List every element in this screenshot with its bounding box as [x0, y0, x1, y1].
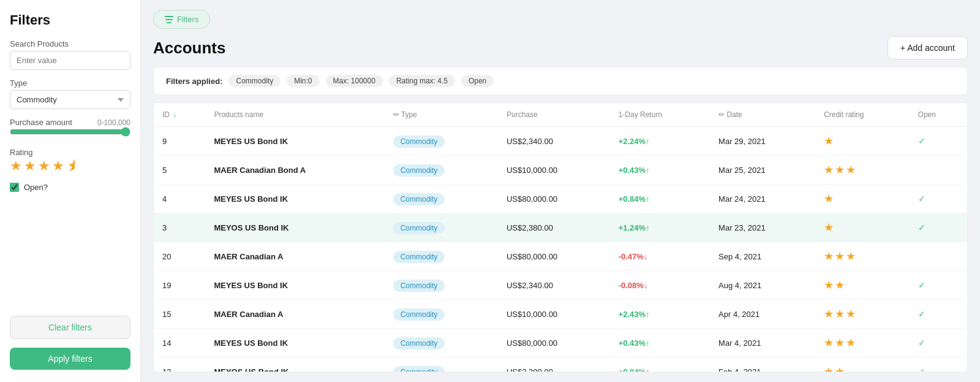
cell-return: +0.84%↑	[610, 357, 710, 373]
cell-stars: ★★	[815, 271, 910, 300]
cell-date: Aug 4, 2021	[710, 271, 815, 300]
table-row: 14 MEYES US Bond IK Commodity US$80,000.…	[154, 329, 967, 357]
col-id[interactable]: ID ↓	[154, 103, 205, 127]
filters-btn-label: Filters	[177, 15, 198, 24]
clear-filters-button[interactable]: Clear filters	[10, 316, 130, 339]
star-cell-icon: ★	[835, 307, 845, 321]
table-row: 3 MEYOS US Bond IK Commodity US$2,380.00…	[154, 213, 967, 242]
cell-purchase: US$2,380.00	[498, 357, 610, 373]
cell-stars: ★	[815, 127, 910, 156]
col-type[interactable]: ✏ Type	[385, 103, 498, 127]
main-header: Accounts + Add account	[153, 36, 968, 59]
open-check-icon: ✓	[918, 338, 925, 348]
open-check-icon: ✓	[918, 136, 925, 146]
cell-purchase: US$80,000.00	[498, 185, 610, 213]
star-cell-icon: ★	[846, 336, 856, 350]
cell-date: Mar 23, 2021	[710, 213, 815, 242]
col-credit-rating[interactable]: Credit rating	[815, 103, 910, 127]
cell-date: Feb 4, 2021	[710, 357, 815, 373]
table-row: 13 MEYOS US Bond IK Commodity US$2,380.0…	[154, 357, 967, 373]
open-checkbox[interactable]	[10, 183, 19, 192]
star-cell-icon: ★	[824, 134, 834, 148]
cell-purchase: US$10,000.00	[498, 156, 610, 185]
purchase-label: Purchase amount	[10, 118, 72, 127]
cell-date: Mar 29, 2021	[710, 127, 815, 156]
add-account-button[interactable]: + Add account	[888, 36, 968, 59]
cell-stars: ★★★	[815, 156, 910, 185]
star-cell-icon: ★	[824, 365, 834, 372]
rating-stars: ★ ★ ★ ★ ⯨	[10, 158, 130, 174]
cell-open: ✓	[910, 300, 967, 329]
cell-purchase: US$2,340.00	[498, 127, 610, 156]
table-header-row: ID ↓ Products name ✏ Type Purchase 1-Day…	[154, 103, 967, 127]
star-3: ★	[38, 158, 50, 174]
star-cell-icon: ★	[824, 192, 834, 205]
filter-tag-min: Min:0	[287, 75, 319, 87]
cell-id: 15	[154, 300, 205, 329]
filter-tag-rating: Rating max: 4.5	[389, 75, 455, 87]
cell-stars: ★★★	[815, 242, 910, 271]
col-open[interactable]: Open	[910, 103, 967, 127]
star-5: ⯨	[66, 158, 80, 174]
cell-open: ✓	[910, 213, 967, 242]
star-cell-icon: ★	[835, 250, 845, 263]
cell-name: MEYES US Bond IK	[205, 185, 384, 213]
filter-icon	[165, 16, 173, 23]
cell-id: 5	[154, 156, 205, 185]
star-cell-icon: ★	[835, 365, 845, 372]
cell-purchase: US$10,000.00	[498, 300, 610, 329]
cell-name: MAER Canadian Bond A	[205, 156, 384, 185]
cell-type: Commodity	[385, 357, 498, 373]
cell-name: MEYES US Bond IK	[205, 329, 384, 357]
cell-stars: ★	[815, 213, 910, 242]
cell-return: +2.43%↑	[610, 300, 710, 329]
cell-name: MAER Canadian A	[205, 242, 384, 271]
cell-open	[910, 242, 967, 271]
star-cell-icon: ★	[824, 336, 834, 350]
search-input[interactable]	[10, 51, 130, 70]
cell-id: 20	[154, 242, 205, 271]
cell-purchase: US$80,000.00	[498, 329, 610, 357]
sidebar-title: Filters	[10, 12, 130, 28]
purchase-range-slider[interactable]	[10, 127, 130, 137]
star-cell-icon: ★	[835, 163, 845, 177]
apply-filters-button[interactable]: Apply filters	[10, 348, 130, 370]
filters-toggle-button[interactable]: Filters	[153, 10, 210, 29]
cell-stars: ★★★	[815, 329, 910, 357]
cell-type: Commodity	[385, 271, 498, 300]
cell-type: Commodity	[385, 185, 498, 213]
star-cell-icon: ★	[846, 307, 856, 321]
cell-id: 14	[154, 329, 205, 357]
cell-type: Commodity	[385, 156, 498, 185]
cell-open: ✓	[910, 357, 967, 373]
col-1day-return[interactable]: 1-Day Return	[610, 103, 710, 127]
table-row: 20 MAER Canadian A Commodity US$80,000.0…	[154, 242, 967, 271]
cell-stars: ★	[815, 185, 910, 213]
filter-tag-open: Open	[461, 75, 494, 87]
filter-tag-max: Max: 100000	[326, 75, 383, 87]
col-products-name[interactable]: Products name	[205, 103, 384, 127]
table-row: 19 MEYES US Bond IK Commodity US$2,340.0…	[154, 271, 967, 300]
cell-purchase: US$2,340.00	[498, 271, 610, 300]
star-cell-icon: ★	[824, 221, 834, 234]
cell-type: Commodity	[385, 329, 498, 357]
cell-name: MEYOS US Bond IK	[205, 357, 384, 373]
table-row: 4 MEYES US Bond IK Commodity US$80,000.0…	[154, 185, 967, 213]
cell-return: -0.47%↓	[610, 242, 710, 271]
cell-return: -0.08%↓	[610, 271, 710, 300]
type-select[interactable]: Commodity Bond Stock ETF	[10, 90, 130, 109]
star-cell-icon: ★	[835, 278, 845, 292]
cell-date: Mar 4, 2021	[710, 329, 815, 357]
cell-date: Mar 25, 2021	[710, 156, 815, 185]
cell-open: ✓	[910, 329, 967, 357]
cell-date: Apr 4, 2021	[710, 300, 815, 329]
sidebar: Filters Search Products Type Commodity B…	[0, 0, 141, 382]
type-label: Type	[10, 78, 130, 88]
accounts-table: ID ↓ Products name ✏ Type Purchase 1-Day…	[154, 103, 967, 372]
cell-name: MAER Canadian A	[205, 300, 384, 329]
col-date[interactable]: ✏ Date	[710, 103, 815, 127]
col-purchase[interactable]: Purchase	[498, 103, 610, 127]
cell-purchase: US$80,000.00	[498, 242, 610, 271]
star-cell-icon: ★	[824, 250, 834, 263]
cell-type: Commodity	[385, 242, 498, 271]
